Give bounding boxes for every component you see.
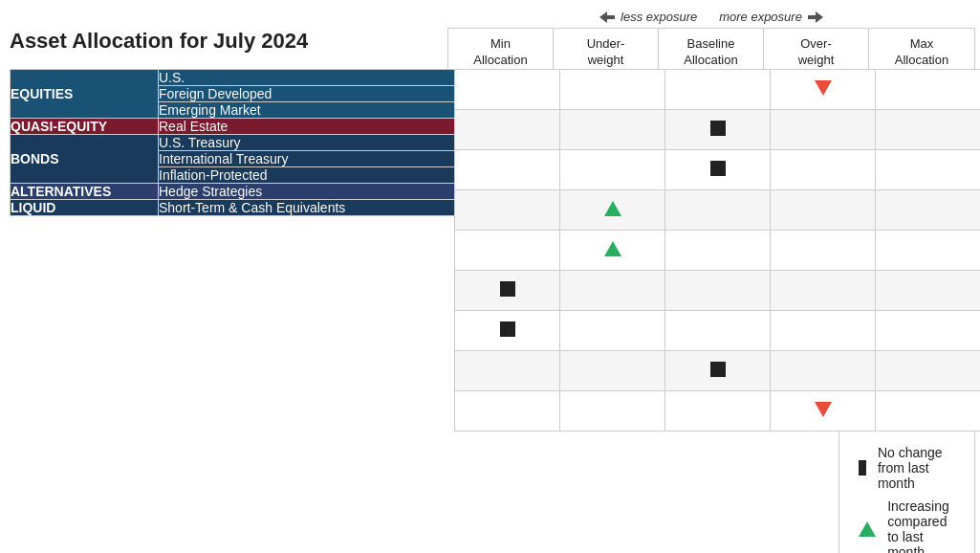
label-international-treasury: International Treasury	[159, 151, 455, 167]
cell-us-underweight	[560, 70, 665, 110]
table-row: EQUITIES U.S.	[11, 70, 455, 86]
square-icon	[710, 121, 726, 136]
cell-hs-max	[876, 351, 981, 391]
legend-square-icon	[859, 460, 866, 476]
cell-it-underweight	[560, 271, 665, 311]
table-row	[455, 190, 981, 231]
square-icon	[500, 281, 515, 297]
cell-em-min	[455, 150, 560, 190]
square-icon	[710, 161, 726, 176]
exposure-line: less exposure more exposure	[447, 10, 975, 28]
more-exposure-label: more exposure	[719, 10, 802, 24]
table-row	[455, 110, 981, 150]
table-row: QUASI-EQUITY Real Estate	[11, 119, 455, 135]
col-min: MinAllocation	[448, 29, 554, 69]
table-row	[455, 311, 981, 351]
cell-re-max	[876, 190, 981, 231]
category-alternatives: ALTERNATIVES	[11, 184, 159, 200]
top-section: Asset Allocation for July 2024 less expo…	[10, 10, 975, 69]
less-exposure-label: less exposure	[621, 10, 697, 24]
table-row: LIQUID Short-Term & Cash Equivalents	[11, 200, 455, 216]
square-icon	[710, 362, 726, 377]
cell-us-baseline	[665, 70, 771, 110]
legend-wrapper: No change from last month Increasing com…	[10, 431, 975, 553]
col-max: MaxAllocation	[869, 29, 974, 69]
label-us: U.S.	[159, 70, 455, 86]
table-wrapper: EQUITIES U.S. Foreign Developed Emerging…	[10, 69, 975, 431]
cell-ip-max	[876, 311, 981, 351]
cell-em-max	[876, 150, 981, 190]
exposure-header: less exposure more exposure MinAllocatio…	[447, 10, 975, 69]
label-us-treasury: U.S. Treasury	[159, 135, 455, 151]
table-row: ALTERNATIVES Hedge Strategies	[11, 184, 455, 200]
label-foreign-developed: Foreign Developed	[159, 86, 455, 102]
cell-st-underweight	[560, 391, 665, 431]
triangle-up-icon	[604, 201, 621, 216]
cell-hs-overweight	[771, 351, 876, 391]
left-arrow-icon	[599, 11, 615, 23]
cell-ust-baseline	[665, 231, 771, 271]
col-overweight: Over-weight	[764, 29, 869, 69]
col-baseline: BaselineAllocation	[659, 29, 764, 69]
label-real-estate: Real Estate	[159, 119, 455, 135]
cell-re-min	[455, 190, 560, 231]
cell-it-max	[876, 271, 981, 311]
cell-ip-baseline	[665, 311, 771, 351]
category-bonds: BONDS	[11, 135, 159, 184]
cell-us-max	[876, 70, 981, 110]
title-area: Asset Allocation for July 2024	[10, 10, 447, 69]
triangle-down-icon	[815, 402, 832, 417]
legend-up-icon	[859, 521, 876, 537]
cell-st-min	[455, 391, 560, 431]
left-table: EQUITIES U.S. Foreign Developed Emerging…	[10, 69, 455, 216]
left-col: EQUITIES U.S. Foreign Developed Emerging…	[10, 69, 454, 431]
cell-fd-min	[455, 110, 560, 150]
cell-re-underweight	[560, 190, 665, 231]
table-row	[455, 351, 981, 391]
right-arrow-icon	[808, 11, 823, 23]
table-row	[455, 271, 981, 311]
legend-square-row: No change from last month	[859, 445, 955, 491]
main-container: Asset Allocation for July 2024 less expo…	[10, 10, 975, 553]
cell-fd-overweight	[771, 110, 876, 150]
legend-spacer	[10, 431, 394, 553]
cell-ust-underweight	[560, 231, 665, 271]
triangle-up-icon	[604, 241, 621, 256]
cell-ip-overweight	[771, 311, 876, 351]
table-row	[455, 150, 981, 190]
table-row: BONDS U.S. Treasury	[11, 135, 455, 151]
cell-it-min	[455, 271, 560, 311]
label-short-term: Short-Term & Cash Equivalents	[159, 200, 455, 216]
cell-us-overweight	[771, 70, 876, 110]
table-row	[455, 391, 981, 431]
cell-us-min	[455, 70, 560, 110]
square-icon	[500, 321, 515, 337]
cell-st-overweight	[771, 391, 876, 431]
category-equities: EQUITIES	[11, 70, 159, 119]
cell-hs-min	[455, 351, 560, 391]
cell-ust-overweight	[771, 231, 876, 271]
cell-hs-underweight	[560, 351, 665, 391]
cell-fd-baseline	[665, 110, 771, 150]
col-underweight: Under-weight	[554, 29, 659, 69]
cell-ip-min	[455, 311, 560, 351]
page-title: Asset Allocation for July 2024	[10, 29, 308, 54]
right-col	[454, 69, 980, 431]
cell-it-baseline	[665, 271, 771, 311]
table-row	[455, 231, 981, 271]
triangle-down-icon	[815, 80, 832, 96]
cell-hs-baseline	[665, 351, 771, 391]
right-table	[454, 69, 980, 431]
category-liquid: LIQUID	[11, 200, 159, 216]
svg-marker-0	[599, 11, 615, 23]
table-row	[455, 70, 981, 110]
cell-st-max	[876, 391, 981, 431]
label-hedge-strategies: Hedge Strategies	[159, 184, 455, 200]
legend-up-text: Increasing compared to last month	[887, 498, 955, 553]
cell-ust-min	[455, 231, 560, 271]
cell-ip-underweight	[560, 311, 665, 351]
cell-st-baseline	[665, 391, 771, 431]
cell-fd-underweight	[560, 110, 665, 150]
svg-marker-1	[808, 11, 823, 23]
label-emerging-market: Emerging Market	[159, 102, 455, 119]
